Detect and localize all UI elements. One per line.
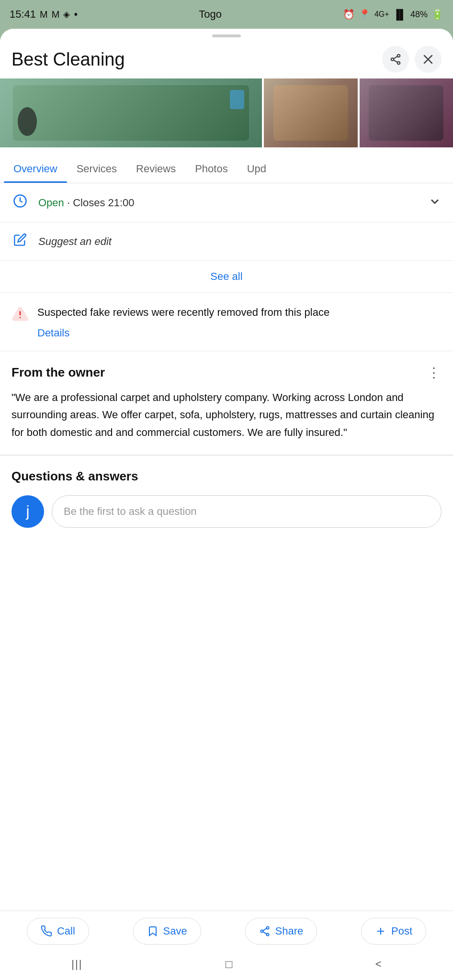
location-icon: 📍 — [359, 9, 371, 20]
svg-point-11 — [260, 930, 263, 933]
svg-point-9 — [20, 317, 21, 318]
qa-title: Questions & answers — [11, 469, 442, 484]
save-label: Save — [163, 925, 187, 937]
share-label: Share — [275, 925, 304, 937]
status-left: 15:41 M M ◈ • — [10, 8, 78, 21]
photo-3[interactable] — [360, 78, 453, 147]
qa-section: Questions & answers j Be the first to as… — [0, 456, 453, 541]
gmail-icon: M — [40, 9, 48, 20]
suggest-edit-label: Suggest an edit — [38, 235, 442, 248]
post-button[interactable]: Post — [361, 918, 426, 945]
header: Best Cleaning — [0, 37, 453, 78]
svg-point-12 — [266, 934, 269, 936]
svg-point-0 — [397, 55, 400, 57]
dot-indicator: • — [74, 8, 78, 21]
bottom-sheet: Best Cleaning — [0, 29, 453, 980]
photos-strip[interactable] — [0, 78, 453, 155]
qa-input-row: j Be the first to ask a question — [11, 495, 442, 528]
header-actions — [382, 46, 442, 73]
recent-apps-button[interactable]: ||| — [71, 958, 82, 970]
warning-text: Suspected fake reviews were recently rem… — [37, 304, 442, 320]
owner-section: From the owner ⋮ "We are a professional … — [0, 351, 453, 455]
alarm-icon: ⏰ — [343, 9, 355, 20]
svg-line-3 — [394, 56, 397, 59]
tab-updates[interactable]: Upd — [238, 155, 276, 183]
share-action-button[interactable]: Share — [245, 918, 317, 945]
tabs-bar: Overview Services Reviews Photos Upd — [0, 155, 453, 183]
warning-details-link[interactable]: Details — [37, 327, 69, 339]
tab-services[interactable]: Services — [67, 155, 126, 183]
status-bar: 15:41 M M ◈ • Togo ⏰ 📍 4G+ ▐▌ 48% 🔋 — [0, 0, 453, 29]
user-avatar: j — [11, 495, 44, 528]
tab-reviews[interactable]: Reviews — [126, 155, 185, 183]
share-button[interactable] — [382, 46, 409, 73]
open-status: Open — [38, 197, 64, 209]
clock-icon — [11, 194, 29, 212]
call-button[interactable]: Call — [27, 918, 89, 945]
see-all-button[interactable]: See all — [210, 270, 242, 283]
svg-point-10 — [266, 927, 269, 929]
owner-header: From the owner ⋮ — [11, 365, 442, 380]
call-label: Call — [57, 925, 75, 937]
gmail-icon-2: M — [52, 9, 60, 20]
see-all-row: See all — [0, 261, 453, 293]
svg-line-4 — [394, 60, 397, 62]
save-button[interactable]: Save — [133, 918, 201, 945]
carrier: Togo — [199, 8, 222, 21]
close-time: · Closes 21:00 — [67, 197, 135, 209]
battery-icon: 🔋 — [431, 9, 443, 20]
ask-question-placeholder: Be the first to ask a question — [64, 505, 197, 518]
owner-title: From the owner — [11, 365, 105, 380]
svg-line-13 — [263, 928, 266, 931]
close-button[interactable] — [415, 46, 442, 73]
tab-photos[interactable]: Photos — [185, 155, 238, 183]
status-right: ⏰ 📍 4G+ ▐▌ 48% 🔋 — [343, 9, 443, 20]
place-title: Best Cleaning — [11, 49, 382, 70]
nav-bar: ||| □ < — [0, 951, 453, 980]
hours-content: Open · Closes 21:00 — [38, 197, 419, 209]
home-button[interactable]: □ — [226, 958, 233, 971]
photo-1[interactable] — [0, 78, 262, 147]
suggest-edit-row[interactable]: Suggest an edit — [0, 223, 453, 261]
owner-description: "We are a professional carpet and uphols… — [11, 389, 442, 441]
pencil-icon — [11, 233, 29, 250]
bottom-action-bar: Call Save Share Post — [0, 911, 453, 951]
chevron-down-icon[interactable] — [428, 195, 442, 211]
warning-banner: Suspected fake reviews were recently rem… — [0, 293, 453, 351]
signal-icon: ▐▌ — [393, 9, 407, 20]
svg-point-1 — [391, 58, 394, 60]
warning-triangle-icon — [11, 304, 29, 324]
time: 15:41 — [10, 8, 36, 21]
tab-overview[interactable]: Overview — [4, 155, 67, 183]
maps-icon: ◈ — [63, 9, 70, 20]
ask-question-input[interactable]: Be the first to ask a question — [52, 495, 442, 528]
hours-row[interactable]: Open · Closes 21:00 — [0, 183, 453, 223]
photo-2[interactable] — [264, 78, 357, 147]
more-options-button[interactable]: ⋮ — [427, 365, 442, 380]
post-label: Post — [391, 925, 412, 937]
warning-content: Suspected fake reviews were recently rem… — [37, 304, 442, 339]
svg-line-14 — [263, 932, 266, 934]
network-label: 4G+ — [374, 10, 389, 19]
back-button[interactable]: < — [375, 958, 382, 970]
battery-label: 48% — [410, 10, 428, 20]
svg-point-2 — [397, 62, 400, 64]
bottom-spacer — [0, 541, 453, 618]
